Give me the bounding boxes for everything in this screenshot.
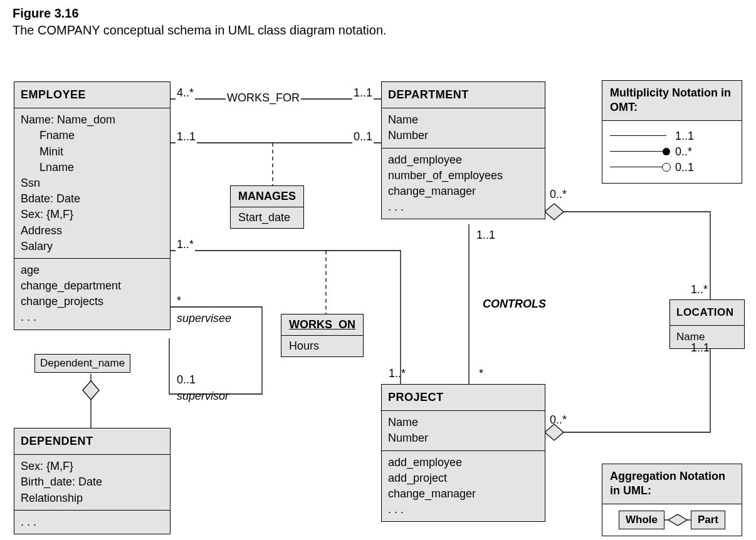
legend-title: Aggregation Notation in UML: [602,464,742,504]
line-icon [610,135,666,137]
line-dot-icon [610,151,666,152]
assoc-name-controls: CONTROLS [481,298,547,311]
mult-location-proj: 1..1 [690,341,711,355]
legend-row: 1..1 [610,130,734,143]
figure-caption: The COMPANY conceptual schema in UML cla… [13,23,387,38]
assoc-class-title: WORKS_ON [281,314,363,335]
legend-title: Multiplicity Notation in OMT: [602,81,742,121]
class-employee: EMPLOYEE Name: Name_dom Fname Minit Lnam… [14,81,171,330]
assoc-name-worksfor: WORKS_FOR [226,91,301,105]
class-attributes: Name Number [382,410,545,450]
qualifier-dependent-name: Dependent_name [34,354,130,373]
assoc-class-attr: Start_date [231,207,303,228]
figure-number: Figure 3.16 [13,6,387,21]
mult-location-dept: 1..* [690,283,709,296]
role-supervisor: supervisor [176,390,230,403]
svg-marker-8 [83,381,99,400]
mult-project-workson-left: 1..* [387,367,407,380]
legend-row: 0..1 [610,161,734,174]
mult-supervisor: 0..1 [176,373,197,387]
class-department: DEPARTMENT Name Number add_employee numb… [381,81,545,219]
diamond-icon [664,512,691,527]
part-box: Part [691,511,725,529]
class-operations: . . . [14,510,170,534]
class-attributes: Sex: {M,F} Birth_date: Date Relationship [14,454,170,510]
mult-department-worksfor: 1..1 [352,86,374,100]
assoc-class-attr: Hours [281,335,363,356]
legend-row: 0..* [610,145,734,158]
mult-supervisee: * [176,294,182,308]
legend-body: 1..1 0..* 0..1 [602,121,742,183]
class-operations: age change_department change_projects . … [14,258,170,330]
role-supervisee: supervisee [176,312,233,325]
class-project: PROJECT Name Number add_employee add_pro… [381,384,545,522]
legend-omt: Multiplicity Notation in OMT: 1..1 0..* … [602,80,742,184]
legend-aggregation: Aggregation Notation in UML: Whole Part [602,464,742,536]
mult-dept-location: 0..* [549,188,568,201]
assoc-class-manages: MANAGES Start_date [230,185,304,229]
class-title: LOCATION [670,300,744,325]
line-circle-icon [610,167,666,168]
legend-body: Whole Part [602,504,742,536]
mult-employee-worksfor: 4..* [176,86,195,100]
class-dependent: DEPENDENT Sex: {M,F} Birth_date: Date Re… [14,428,171,534]
mult-employee-workson: 1..* [176,238,195,251]
class-title: PROJECT [382,385,545,410]
class-operations: add_employee add_project change_manager … [382,450,545,522]
assoc-class-works-on: WORKS_ON Hours [281,314,364,357]
assoc-class-title: MANAGES [231,186,303,207]
class-title: EMPLOYEE [14,82,170,108]
class-operations: add_employee number_of_employees change_… [382,148,545,219]
mult-proj-location: 0..* [549,413,568,427]
class-attributes: Name Number [382,108,545,147]
mult-project-workson: * [478,367,485,380]
class-title: DEPENDENT [14,428,170,454]
class-title: DEPARTMENT [382,82,545,108]
mult-employee-manages: 1..1 [176,130,197,143]
svg-marker-5 [545,204,564,220]
whole-box: Whole [619,511,664,529]
mult-department-manages: 0..1 [352,130,374,143]
mult-dept-controls: 1..1 [475,229,496,242]
svg-marker-9 [668,514,687,526]
class-attributes: Name: Name_dom Fname Minit Lname Ssn Bda… [14,108,170,258]
